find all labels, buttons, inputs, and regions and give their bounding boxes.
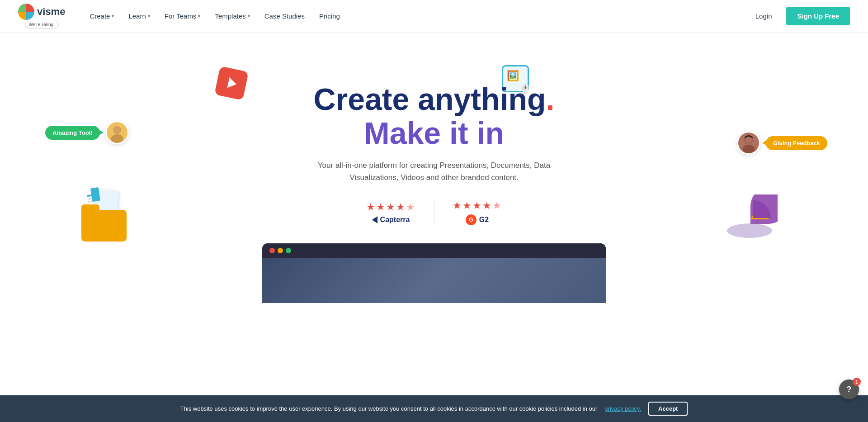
app-preview-content: [262, 258, 606, 303]
g2-stars: ★★★★★: [453, 200, 502, 212]
capterra-arrow-icon: [372, 216, 377, 223]
hero-title-line1: Create anything.: [9, 82, 859, 116]
app-preview-bar: [262, 243, 606, 258]
nav-create[interactable]: Create ▾: [83, 9, 120, 24]
chevron-down-icon: ▾: [248, 14, 250, 19]
capterra-stars: ★★★★★: [366, 201, 416, 213]
g2-logo: G G2: [466, 214, 489, 225]
g2-rating: ★★★★★ G G2: [434, 200, 520, 225]
pie-chart-icon: [723, 194, 778, 249]
hero-section: 🖼️ 🖱️ Amazing Tool! Giving Fee: [0, 33, 868, 321]
login-button[interactable]: Login: [748, 9, 779, 24]
window-close-dot: [269, 248, 275, 253]
hero-subtitle: Your all-in-one platform for creating Pr…: [316, 159, 552, 184]
g2-logo-icon: G: [466, 214, 476, 225]
hiring-badge: We're Hiring!: [25, 21, 59, 28]
logo-icon: [18, 4, 34, 20]
capterra-rating: ★★★★★ Capterra: [348, 201, 434, 224]
nav-templates[interactable]: Templates ▾: [208, 9, 256, 24]
nav-case-studies[interactable]: Case Studies: [258, 9, 311, 24]
signup-button[interactable]: Sign Up Free: [786, 7, 850, 25]
nav-learn[interactable]: Learn ▾: [122, 9, 156, 24]
chevron-down-icon: ▾: [198, 14, 200, 19]
capterra-logo: Capterra: [372, 216, 410, 224]
app-preview: [262, 243, 606, 303]
hero-title-line2: Make it in: [9, 116, 859, 150]
hero-heading: Create anything. Make it in Your all-in-…: [9, 82, 859, 184]
window-minimize-dot: [278, 248, 283, 253]
logo-area[interactable]: visme We're Hiring!: [18, 4, 65, 28]
nav-links: Create ▾ Learn ▾ For Teams ▾ Templates ▾…: [83, 9, 748, 24]
brand-name: visme: [37, 6, 65, 18]
chevron-down-icon: ▾: [148, 14, 150, 19]
folder-icon: [81, 190, 136, 240]
chevron-down-icon: ▾: [112, 14, 114, 19]
svg-point-8: [727, 223, 772, 238]
nav-pricing[interactable]: Pricing: [313, 9, 346, 24]
nav-for-teams[interactable]: For Teams ▾: [158, 9, 207, 24]
main-nav: visme We're Hiring! Create ▾ Learn ▾ For…: [0, 0, 868, 33]
nav-right: Login Sign Up Free: [748, 7, 850, 25]
window-maximize-dot: [286, 248, 291, 253]
